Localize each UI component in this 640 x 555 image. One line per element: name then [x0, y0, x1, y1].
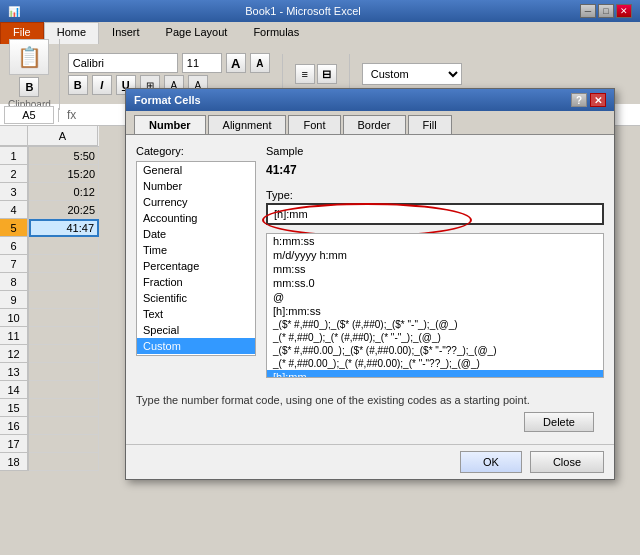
- list-item[interactable]: mm:ss: [267, 262, 603, 276]
- delete-button[interactable]: Delete: [524, 412, 594, 432]
- category-currency[interactable]: Currency: [137, 194, 255, 210]
- list-item[interactable]: @: [267, 290, 603, 304]
- sample-value: 41:47: [266, 159, 604, 181]
- list-item[interactable]: _(* #,##0.00_);_(* (#,##0.00);_(* "-"??_…: [267, 357, 603, 370]
- dialog-title-text: Format Cells: [134, 94, 571, 106]
- ok-button[interactable]: OK: [460, 451, 522, 473]
- category-percentage[interactable]: Percentage: [137, 258, 255, 274]
- category-scientific[interactable]: Scientific: [137, 290, 255, 306]
- type-label: Type:: [266, 189, 604, 201]
- tab-fill[interactable]: Fill: [408, 115, 452, 134]
- category-special[interactable]: Special: [137, 322, 255, 338]
- list-item[interactable]: [h]:mm:ss: [267, 304, 603, 318]
- category-list[interactable]: General Number Currency Accounting Date …: [136, 161, 256, 356]
- category-general[interactable]: General: [137, 162, 255, 178]
- sample-section: Sample 41:47: [266, 145, 604, 181]
- tab-font[interactable]: Font: [288, 115, 340, 134]
- category-custom[interactable]: Custom: [137, 338, 255, 354]
- dialog-close-button[interactable]: ✕: [590, 93, 606, 107]
- dialog-body: Category: General Number Currency Accoun…: [126, 135, 614, 388]
- category-time[interactable]: Time: [137, 242, 255, 258]
- close-dialog-button[interactable]: Close: [530, 451, 604, 473]
- dialog-overlay: Format Cells ? ✕ Number Alignment Font B…: [0, 0, 640, 555]
- dialog-title-bar: Format Cells ? ✕: [126, 89, 614, 111]
- dialog-tabs: Number Alignment Font Border Fill: [126, 111, 614, 135]
- list-item[interactable]: _($* #,##0_);_($* (#,##0);_($* "-"_);_(@…: [267, 318, 603, 331]
- list-item[interactable]: m/d/yyyy h:mm: [267, 248, 603, 262]
- list-item[interactable]: _(* #,##0_);_(* (#,##0);_(* "-"_);_(@_): [267, 331, 603, 344]
- tab-border[interactable]: Border: [343, 115, 406, 134]
- list-item[interactable]: _($* #,##0.00_);_($* (#,##0.00);_($* "-"…: [267, 344, 603, 357]
- category-date[interactable]: Date: [137, 226, 255, 242]
- type-section: Type:: [266, 189, 604, 225]
- format-list-section: h:mm:ss m/d/yyyy h:mm mm:ss mm:ss.0 @ [h…: [266, 233, 604, 378]
- type-input[interactable]: [266, 203, 604, 225]
- category-label: Category:: [136, 145, 256, 157]
- format-cells-dialog: Format Cells ? ✕ Number Alignment Font B…: [125, 88, 615, 480]
- right-panel: Sample 41:47 Type: h:mm:ss m/d/yyyy h:mm…: [266, 145, 604, 378]
- list-item-active[interactable]: [h]:mm: [267, 370, 603, 378]
- list-item[interactable]: h:mm:ss: [267, 234, 603, 248]
- tab-number[interactable]: Number: [134, 115, 206, 134]
- sample-label: Sample: [266, 145, 604, 157]
- tab-alignment[interactable]: Alignment: [208, 115, 287, 134]
- list-item[interactable]: mm:ss.0: [267, 276, 603, 290]
- format-list[interactable]: h:mm:ss m/d/yyyy h:mm mm:ss mm:ss.0 @ [h…: [266, 233, 604, 378]
- category-text[interactable]: Text: [137, 306, 255, 322]
- footer-note: Type the number format code, using one o…: [126, 388, 614, 412]
- category-number[interactable]: Number: [137, 178, 255, 194]
- category-fraction[interactable]: Fraction: [137, 274, 255, 290]
- category-panel: Category: General Number Currency Accoun…: [136, 145, 256, 378]
- category-accounting[interactable]: Accounting: [137, 210, 255, 226]
- dialog-help-button[interactable]: ?: [571, 93, 587, 107]
- dialog-action-row: OK Close: [126, 444, 614, 479]
